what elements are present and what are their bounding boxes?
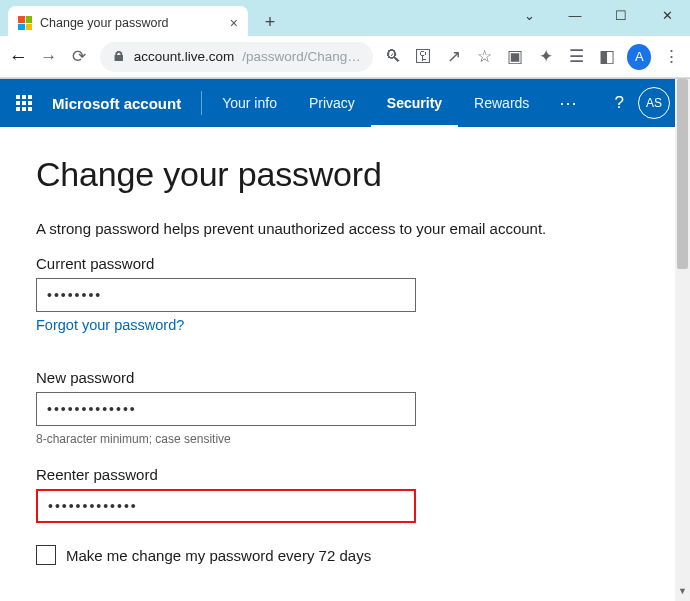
main-content: Change your password A strong password h… [0,127,675,565]
back-button[interactable]: ← [8,46,29,68]
reenter-password-label: Reenter password [36,466,675,483]
scrollbar[interactable]: ▲ ▼ [675,79,690,601]
page-subtitle: A strong password helps prevent unauthor… [36,220,675,237]
address-bar[interactable]: 🔒︎ account.live.com/password/Chang… [100,42,373,72]
reenter-password-input[interactable]: ••••••••••••• [36,489,416,523]
new-tab-button[interactable]: + [256,8,284,36]
close-tab-icon[interactable]: × [230,15,238,31]
lock-icon: 🔒︎ [112,49,126,64]
new-password-label: New password [36,369,675,386]
star-icon[interactable]: ☆ [474,46,495,68]
page-title: Change your password [36,155,675,194]
nav-more-icon[interactable]: ⋯ [545,79,593,127]
forward-button[interactable]: → [39,46,60,68]
tab-title: Change your password [40,16,169,30]
help-icon[interactable]: ? [615,93,624,113]
cast-icon[interactable]: ▣ [505,46,526,68]
site-brand[interactable]: Microsoft account [48,95,197,112]
microsoft-logo-icon [18,16,32,30]
nav-divider [201,91,202,115]
sidepanel-icon[interactable]: ◧ [597,46,618,68]
browser-toolbar: ← → ⟳ 🔒︎ account.live.com/password/Chang… [0,36,690,78]
rotate-password-checkbox[interactable] [36,545,56,565]
current-password-label: Current password [36,255,675,272]
close-window-icon[interactable]: ✕ [644,0,690,30]
scrollbar-thumb[interactable] [677,79,688,269]
page-viewport: Microsoft account Your info Privacy Secu… [0,78,690,601]
window-controls: ⌄ — ☐ ✕ [506,0,690,30]
key-icon[interactable]: ⚿ [413,46,434,68]
forgot-password-link[interactable]: Forgot your password? [36,317,184,333]
menu-icon[interactable]: ⋮ [661,46,682,68]
chevron-down-icon[interactable]: ⌄ [506,0,552,30]
password-hint: 8-character minimum; case sensitive [36,432,675,446]
nav-rewards[interactable]: Rewards [458,79,545,127]
scroll-down-icon[interactable]: ▼ [675,586,690,601]
nav-your-info[interactable]: Your info [206,79,293,127]
profile-avatar[interactable]: A [627,44,651,70]
rotate-password-label: Make me change my password every 72 days [66,547,371,564]
search-icon[interactable]: 🔍︎ [383,46,404,68]
reading-list-icon[interactable]: ☰ [566,46,587,68]
reload-button[interactable]: ⟳ [69,46,90,68]
share-icon[interactable]: ↗ [444,46,465,68]
url-path: /password/Chang… [242,49,361,64]
account-avatar[interactable]: AS [638,87,670,119]
maximize-icon[interactable]: ☐ [598,0,644,30]
checkbox-row: Make me change my password every 72 days [36,545,675,565]
url-host: account.live.com [134,49,235,64]
browser-tab[interactable]: Change your password × [8,6,248,40]
current-password-input[interactable]: •••••••• [36,278,416,312]
nav-privacy[interactable]: Privacy [293,79,371,127]
extensions-icon[interactable]: ✦ [535,46,556,68]
nav-security[interactable]: Security [371,79,458,127]
browser-titlebar: Change your password × + ⌄ — ☐ ✕ [0,0,690,36]
minimize-icon[interactable]: — [552,0,598,30]
site-header: Microsoft account Your info Privacy Secu… [0,79,690,127]
new-password-input[interactable]: ••••••••••••• [36,392,416,426]
app-launcher-button[interactable] [0,79,48,127]
